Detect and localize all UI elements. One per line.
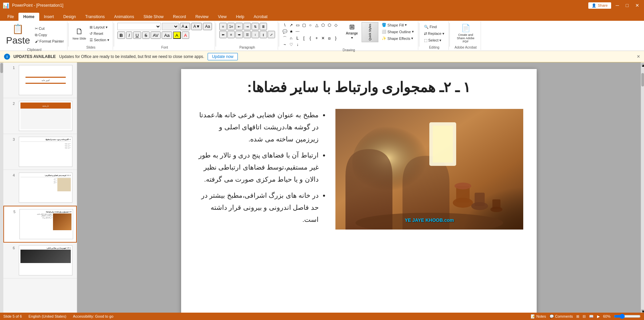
- comments-button[interactable]: 💬 Comments: [549, 314, 573, 319]
- paste-button[interactable]: 📋 Paste: [3, 22, 33, 47]
- shape-fill-button[interactable]: 🪣 Shape Fill ▾: [380, 22, 416, 28]
- char-spacing-button[interactable]: AV: [151, 31, 161, 39]
- reading-view-button[interactable]: 📖: [589, 314, 594, 319]
- shape-L[interactable]: L: [294, 35, 301, 41]
- tab-transitions[interactable]: Transitions: [80, 13, 109, 21]
- highlight-button[interactable]: A: [173, 31, 181, 39]
- scroll-thumb-main[interactable]: [641, 73, 644, 86]
- minimize-button[interactable]: ─: [614, 3, 621, 8]
- shape-down-arrow[interactable]: ↓: [294, 42, 301, 48]
- right-scrollbar[interactable]: ▲ ▼: [641, 62, 644, 313]
- zoom-slider[interactable]: [614, 314, 641, 319]
- shape-scroll[interactable]: ~: [282, 42, 288, 48]
- bullets-button[interactable]: ≡: [219, 23, 227, 30]
- underline-button[interactable]: U: [133, 31, 141, 39]
- decrease-indent-button[interactable]: ⇤: [235, 23, 243, 30]
- slide-thumb-6[interactable]: 6 ۱-۲-۱ تجهیزبنیات و مطامن داخلی:: [3, 243, 77, 278]
- shape-rounded-rect[interactable]: ▢: [301, 22, 307, 28]
- line-spacing-button[interactable]: ↕: [252, 31, 259, 38]
- select-button[interactable]: ⬚ Select ▾: [423, 38, 446, 43]
- shape-triangle[interactable]: △: [314, 22, 320, 28]
- shape-pentagon[interactable]: ⬠: [320, 22, 326, 28]
- shape-hexagon[interactable]: ⬡: [326, 22, 332, 28]
- arrange-button[interactable]: ⊞ Arrange ▾: [343, 22, 360, 40]
- tab-animations[interactable]: Animations: [109, 13, 139, 21]
- font-case-button[interactable]: Aa: [162, 31, 172, 39]
- quick-styles-button[interactable]: Quick Styles: [362, 22, 378, 42]
- justify-button[interactable]: ☰: [244, 31, 251, 38]
- shape-brace2[interactable]: }: [333, 35, 339, 41]
- scroll-arrow-up[interactable]: ▲: [641, 63, 644, 66]
- layout-button[interactable]: ⊞ Layout ▾: [88, 24, 111, 30]
- align-text-button[interactable]: ≣: [260, 23, 267, 30]
- decrease-font-button[interactable]: A▼: [191, 23, 202, 30]
- clear-format-button[interactable]: Aa: [203, 23, 212, 30]
- slide-sorter-button[interactable]: ⊟: [583, 314, 586, 319]
- tab-slideshow[interactable]: Slide Show: [139, 13, 168, 21]
- columns-button[interactable]: ⫿: [260, 31, 267, 38]
- shape-effects-button[interactable]: ✨ Shape Effects ▾: [380, 36, 416, 41]
- increase-indent-button[interactable]: ⇥: [244, 23, 251, 30]
- close-button[interactable]: ✕: [633, 3, 641, 8]
- tab-insert[interactable]: Insert: [39, 13, 59, 21]
- tab-review[interactable]: Review: [191, 13, 213, 21]
- slide-thumb-2[interactable]: 2 تاریخچه: [3, 98, 77, 134]
- strikethrough-button[interactable]: S̶: [142, 31, 150, 39]
- shape-brace[interactable]: {: [307, 35, 313, 41]
- align-left-button[interactable]: ⬅: [219, 31, 227, 38]
- maximize-button[interactable]: □: [624, 3, 631, 8]
- tab-help[interactable]: Help: [231, 13, 249, 21]
- current-slide[interactable]: ۱ ـ ۲ـ همجواری وارتباط با سایر فضاها:: [181, 69, 537, 313]
- normal-view-button[interactable]: ⊞: [576, 314, 579, 319]
- create-adobe-button[interactable]: 📄 Create and Share Adobe PDF: [452, 23, 479, 44]
- notes-button[interactable]: 📝 Notes: [531, 314, 546, 319]
- shape-arc[interactable]: ∩: [288, 35, 294, 41]
- reset-button[interactable]: ↺ Reset: [88, 31, 111, 37]
- tab-file[interactable]: File: [3, 13, 18, 21]
- align-right-button[interactable]: ➡: [235, 31, 243, 38]
- shape-curve[interactable]: ⌒: [282, 35, 288, 41]
- bold-button[interactable]: B: [117, 31, 125, 39]
- shape-heart[interactable]: ♡: [288, 42, 294, 48]
- shape-plus[interactable]: +: [314, 35, 320, 41]
- slideshow-button[interactable]: ▶: [597, 314, 600, 319]
- shape-outline-button[interactable]: ⬜ Shape Outline ▾: [380, 29, 416, 35]
- tab-acrobat[interactable]: Acrobat: [249, 13, 272, 21]
- text-direction-button[interactable]: ⇅: [252, 23, 259, 30]
- shape-cube[interactable]: ⧈: [326, 35, 332, 41]
- update-now-button[interactable]: Update now: [208, 53, 238, 60]
- font-size-select[interactable]: [162, 23, 179, 30]
- slide-thumb-4[interactable]: 4 ۱-۱-۱ فرصه بندی فضایی و عملکردی: • متن…: [3, 170, 77, 206]
- slide-thumb-5[interactable]: 5 ۱-۲-همجواری وارتباط با سایر فضاها: • م…: [3, 206, 77, 243]
- find-button[interactable]: 🔍 Find: [423, 24, 446, 30]
- shape-more[interactable]: ⋯: [294, 28, 301, 35]
- smart-art-button[interactable]: ⤢: [268, 31, 275, 38]
- shape-diamond[interactable]: ◇: [333, 22, 339, 28]
- shape-bracket[interactable]: [: [301, 35, 307, 41]
- share-button[interactable]: 👤 Share: [588, 2, 611, 9]
- format-painter-button[interactable]: 🖌 Format Painter: [34, 39, 65, 44]
- font-color-button[interactable]: A: [182, 31, 190, 39]
- scroll-arrow-down[interactable]: ▼: [641, 309, 644, 313]
- replace-button[interactable]: ⇄ Replace ▾: [423, 31, 446, 37]
- shape-oval[interactable]: ○: [307, 22, 313, 28]
- shape-arrow[interactable]: ↗: [288, 22, 294, 28]
- shape-rect[interactable]: ▭: [294, 22, 301, 28]
- tab-design[interactable]: Design: [59, 13, 80, 21]
- shape-line[interactable]: \: [282, 22, 288, 28]
- increase-font-button[interactable]: A▲: [180, 23, 191, 30]
- tab-home[interactable]: Home: [18, 13, 39, 21]
- font-family-select[interactable]: [117, 23, 161, 30]
- shape-callout[interactable]: 💬: [282, 28, 288, 35]
- italic-button[interactable]: I: [126, 31, 132, 39]
- slide-thumb-1[interactable]: 1 آشیز خانه: [3, 62, 77, 98]
- align-center-button[interactable]: ≡: [227, 31, 235, 38]
- section-button[interactable]: ☰ Section ▾: [88, 37, 111, 43]
- tab-view[interactable]: View: [213, 13, 231, 21]
- copy-button[interactable]: ⧉ Copy: [34, 32, 65, 38]
- cut-button[interactable]: ✂ Cut: [34, 26, 65, 31]
- slide-panel-scrollbar[interactable]: [0, 62, 3, 313]
- tab-record[interactable]: Record: [168, 13, 191, 21]
- shape-cross[interactable]: ✕: [320, 35, 326, 41]
- shape-star[interactable]: ★: [288, 28, 294, 35]
